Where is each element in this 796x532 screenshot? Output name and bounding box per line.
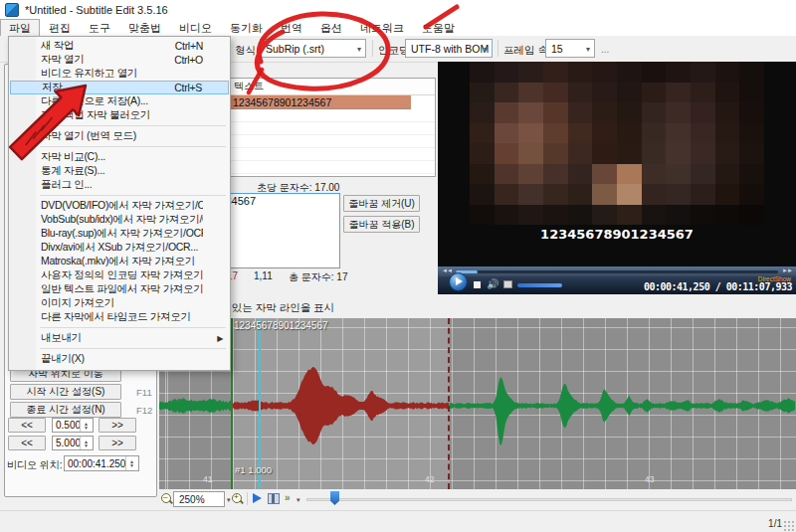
- spectrogram-toggle-icon[interactable]: [268, 493, 280, 504]
- menu-item-9[interactable]: 도움말: [413, 19, 464, 36]
- mosaic-cell: [642, 62, 667, 83]
- second-tick-43: 43: [645, 474, 654, 484]
- waveform-scroll-thumb[interactable]: [330, 491, 339, 505]
- menu-item-label: 자막 열기: [41, 53, 174, 67]
- volume-slider[interactable]: [517, 283, 562, 287]
- toolbar-overflow[interactable]: ...: [601, 44, 609, 55]
- file-menu-item-21[interactable]: 다른 자막에서 타임코드 가져오기: [10, 310, 229, 324]
- resize-grip[interactable]: [784, 521, 794, 531]
- mosaic-cell: [470, 83, 495, 103]
- file-menu-item-7[interactable]: 자막 열기 (번역 모드): [10, 129, 229, 143]
- menu-item-8[interactable]: 네트워크: [351, 19, 413, 36]
- file-menu-item-13[interactable]: DVD(VOB/IFO)에서 자막 가져오기/OCR...: [10, 199, 229, 213]
- spinner-arrows-icon[interactable]: ▲▼: [125, 456, 137, 470]
- play-button[interactable]: [449, 272, 468, 291]
- file-menu-item-4[interactable]: 다른 이름으로 저장(A)...: [10, 94, 229, 108]
- file-menu-item-23[interactable]: 내보내기▶: [10, 331, 229, 345]
- menu-item-7[interactable]: 옵션: [311, 19, 351, 36]
- seek-back-icon[interactable]: ◄◄: [442, 267, 452, 273]
- mosaic-cell: [617, 143, 642, 164]
- format-combo[interactable]: SubRip (.srt) ▾: [260, 39, 366, 58]
- mosaic-cell: [691, 62, 715, 83]
- nudge-forward-small-button[interactable]: >>: [99, 418, 136, 433]
- menu-separator: [40, 146, 226, 147]
- file-menu-item-15[interactable]: Blu-ray(.sup)에서 자막 가져오기/OCR...: [10, 227, 229, 241]
- waveform-scroll-track[interactable]: [306, 498, 792, 501]
- menu-item-label: VobSub(sub/idx)에서 자막 가져오기/OCR...: [41, 213, 203, 227]
- mosaic-cell: [592, 123, 617, 144]
- mosaic-cell: [642, 102, 667, 123]
- menu-item-6[interactable]: 번역: [272, 19, 311, 36]
- menu-item-3[interactable]: 맞춤법: [119, 19, 170, 36]
- file-menu-item-0[interactable]: 새 작업Ctrl+N: [10, 39, 229, 53]
- menu-item-label: 일반 텍스트 파일에서 자막 가져오기: [41, 282, 203, 296]
- menu-item-1[interactable]: 편집: [40, 19, 80, 36]
- remove-line-breaks-button[interactable]: 줄바꿈 제거(U): [343, 195, 420, 212]
- audio-waveform[interactable]: 12345678901234567 #1 1.000 41 42 43: [159, 318, 796, 489]
- spinner-arrows-icon[interactable]: ▲▼: [80, 437, 92, 449]
- nudge-forward-large-button[interactable]: >>: [99, 436, 136, 450]
- video-seek-bar[interactable]: ◄◄ ►►: [438, 266, 796, 276]
- submenu-arrow-icon: ▶: [217, 334, 223, 343]
- mosaic-cell: [495, 83, 519, 103]
- menu-item-2[interactable]: 도구: [80, 19, 119, 36]
- waveform-zoom-combo[interactable]: 250%: [173, 491, 225, 507]
- video-position-spinner[interactable]: 00:00:41.250▲▼: [64, 455, 139, 471]
- seek-track[interactable]: [456, 270, 778, 273]
- mosaic-cell: [495, 143, 519, 164]
- waveform-play-icon[interactable]: [253, 493, 262, 503]
- video-frame[interactable]: [470, 62, 764, 225]
- file-menu-item-14[interactable]: VobSub(sub/idx)에서 자막 가져오기/OCR...: [10, 213, 229, 227]
- chevron-down-icon[interactable]: ▾: [297, 496, 300, 504]
- nudge-back-large-button[interactable]: <<: [8, 436, 46, 450]
- file-menu-item-17[interactable]: Matroska(.mkv)에서 자막 가져오기: [10, 255, 229, 268]
- mosaic-cell: [518, 184, 543, 205]
- file-menu-item-19[interactable]: 일반 텍스트 파일에서 자막 가져오기: [10, 282, 229, 296]
- button-label: >>: [111, 420, 123, 431]
- mosaic-cell: [691, 164, 715, 185]
- file-menu-item-20[interactable]: 이미지 가져오기: [10, 296, 229, 310]
- framerate-combo[interactable]: 15 ▾: [545, 39, 595, 58]
- file-menu-item-5[interactable]: 자동 백업 자막 불러오기: [10, 108, 229, 122]
- fullscreen-button[interactable]: [503, 280, 512, 288]
- file-menu-item-25[interactable]: 끝내기(X): [10, 352, 229, 366]
- mosaic-cell: [715, 164, 740, 185]
- large-step-spinner[interactable]: 5.000▲▼: [52, 436, 94, 450]
- file-menu-item-1[interactable]: 자막 열기Ctrl+O: [10, 53, 229, 67]
- chevron-down-icon[interactable]: ▾: [227, 496, 231, 504]
- player-control-bar: 🔊 DirectShow 00:00:41,250 / 00:11:07,933: [438, 276, 796, 294]
- menu-item-4[interactable]: 비디오: [170, 19, 221, 36]
- volume-icon[interactable]: 🔊: [487, 278, 498, 289]
- format-value: SubRip (.srt): [266, 43, 324, 55]
- nudge-back-small-button[interactable]: <<: [8, 418, 46, 433]
- set-start-time-button[interactable]: 시작 시간 설정(S): [10, 384, 121, 400]
- seek-forward-icon[interactable]: ►►: [782, 267, 792, 273]
- small-step-spinner[interactable]: 0.500▲▼: [52, 418, 94, 433]
- spinner-arrows-icon[interactable]: ▲▼: [80, 419, 92, 432]
- file-menu-item-9[interactable]: 자막 비교(C)...: [10, 150, 229, 164]
- stop-button[interactable]: [474, 281, 481, 288]
- file-menu-item-2[interactable]: 비디오 유지하고 열기: [10, 67, 229, 81]
- file-menu-item-16[interactable]: Divx/avi에서 XSub 가져오기/OCR...: [10, 241, 229, 255]
- mosaic-cell: [715, 62, 740, 83]
- mosaic-cell: [592, 184, 617, 205]
- file-menu-item-3[interactable]: 저장...Ctrl+S: [10, 81, 229, 94]
- apply-line-breaks-button[interactable]: 줄바꿈 적용(B): [343, 216, 420, 233]
- mosaic-cell: [642, 83, 667, 103]
- video-player: 12345678901234567 ◄◄ ►► 🔊 DirectShow 00:…: [438, 62, 796, 294]
- encoding-value: UTF-8 with BOM: [411, 43, 489, 55]
- menu-bar: 파일편집도구맞춤법비디오동기화번역옵션네트워크도움말: [0, 19, 796, 36]
- mosaic-cell: [470, 62, 495, 83]
- menu-item-0[interactable]: 파일: [0, 19, 40, 36]
- file-menu-item-18[interactable]: 사용자 정의의 인코딩 자막 가져오기: [10, 268, 229, 282]
- menu-item-label: 다른 자막에서 타임코드 가져오기: [41, 310, 203, 324]
- menu-item-5[interactable]: 동기화: [221, 19, 272, 36]
- subtitle-end-line[interactable]: [448, 318, 450, 489]
- encoding-combo[interactable]: UTF-8 with BOM ▾: [405, 39, 493, 58]
- file-menu-item-11[interactable]: 플러그 인...: [10, 178, 229, 192]
- set-end-time-button[interactable]: 종료 시간 설정(N): [10, 402, 121, 418]
- subtitle-start-line[interactable]: [231, 318, 233, 489]
- playback-speed-icon[interactable]: »: [285, 492, 289, 503]
- mosaic-cell: [495, 123, 519, 144]
- file-menu-item-10[interactable]: 통계 자료(S)...: [10, 164, 229, 178]
